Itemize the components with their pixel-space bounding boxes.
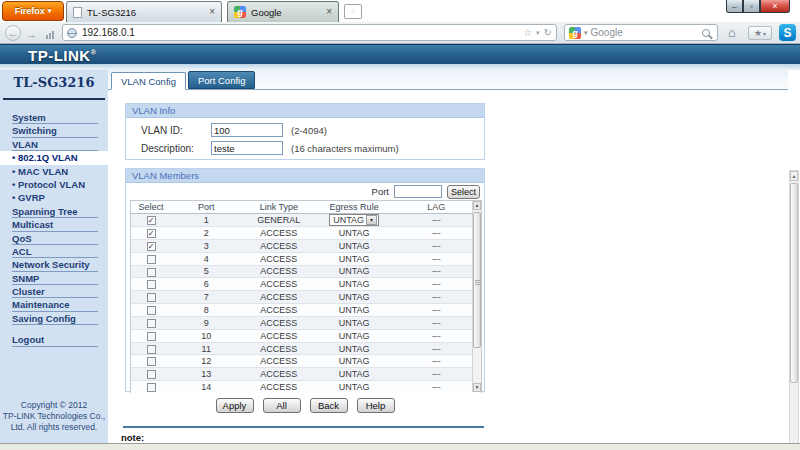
table-row: 6ACCESSUNTAG--- — [131, 278, 481, 291]
sidebar-item-logout[interactable]: Logout — [12, 333, 98, 346]
cell-select — [131, 343, 171, 353]
close-icon[interactable]: × — [326, 7, 332, 17]
row-checkbox[interactable]: ✓ — [147, 216, 156, 225]
row-checkbox[interactable]: ✓ — [147, 229, 156, 238]
search-icon[interactable] — [702, 29, 710, 37]
egress-rule-dropdown[interactable]: UNTAG▾ — [329, 214, 379, 226]
page-scrollbar-thumb[interactable] — [790, 183, 798, 383]
apply-button[interactable]: Apply — [216, 398, 254, 413]
minimize-button[interactable]: – — [726, 0, 743, 13]
row-checkbox[interactable] — [147, 319, 156, 328]
members-table-header: SelectPortLink TypeEgress RuleLAG — [131, 201, 481, 214]
column-header-link-type: Link Type — [241, 202, 316, 212]
row-checkbox[interactable] — [147, 357, 156, 366]
scrollbar-thumb[interactable] — [473, 212, 481, 348]
browser-tabstrip: Firefox ▾ TL-SG3216 × g Google × + – ▫ × — [0, 0, 800, 22]
row-checkbox[interactable] — [147, 345, 156, 354]
url-text[interactable]: 192.168.0.1 — [82, 27, 518, 38]
tab-port-config[interactable]: Port Config — [188, 71, 256, 89]
page-scrollbar[interactable]: ▲ ▼ — [789, 170, 799, 450]
cell-egress-rule: UNTAG — [317, 228, 392, 238]
scroll-up-icon[interactable]: ▲ — [473, 201, 481, 210]
close-icon[interactable]: × — [209, 7, 215, 17]
reload-icon[interactable]: ↻ — [544, 27, 552, 38]
row-checkbox[interactable] — [147, 280, 156, 289]
scroll-up-icon[interactable]: ▲ — [790, 171, 798, 181]
bookmarks-button[interactable]: ★ ▾ — [748, 26, 772, 40]
cell-port: 8 — [171, 305, 241, 315]
cell-port: 5 — [171, 266, 241, 276]
bookmark-star-icon[interactable]: ☆ — [523, 27, 532, 38]
tab-vlan-config[interactable]: VLAN Config — [111, 72, 186, 90]
scroll-down-icon[interactable]: ▼ — [473, 383, 481, 392]
cell-port: 4 — [171, 254, 241, 264]
sidebar-item-acl[interactable]: ACL — [12, 245, 98, 258]
table-scrollbar[interactable]: ▲ ▼ — [472, 201, 481, 392]
table-row: 14ACCESSUNTAG--- — [131, 381, 481, 393]
description-input[interactable] — [211, 141, 283, 155]
row-checkbox[interactable] — [147, 306, 156, 315]
sidebar-item-spanning-tree[interactable]: Spanning Tree — [12, 205, 98, 218]
row-checkbox[interactable] — [147, 293, 156, 302]
sidebar-item-system[interactable]: System — [12, 111, 98, 124]
cell-lag: --- — [392, 215, 481, 225]
cell-egress-rule: UNTAG — [317, 318, 392, 328]
sidebar-item-snmp[interactable]: SNMP — [12, 272, 98, 285]
forward-button[interactable]: → — [26, 28, 37, 41]
home-icon[interactable]: ⌂ — [728, 26, 736, 39]
sidebar-item-switching[interactable]: Switching — [12, 124, 98, 137]
chevron-down-icon[interactable]: ▾ — [366, 215, 377, 225]
row-checkbox[interactable] — [147, 332, 156, 341]
sidebar-item-qos[interactable]: QoS — [12, 232, 98, 245]
vlan-id-input[interactable] — [211, 123, 283, 137]
sidebar-item-saving-config[interactable]: Saving Config — [12, 312, 98, 325]
all-button[interactable]: All — [263, 398, 301, 413]
cell-port: 2 — [171, 228, 241, 238]
port-filter-label: Port — [372, 186, 389, 197]
browser-tab-google[interactable]: g Google × — [227, 1, 339, 22]
row-checkbox[interactable] — [147, 370, 156, 379]
chevron-down-icon[interactable]: ▾ — [536, 29, 540, 37]
sidebar-item-network-security[interactable]: Network Security — [12, 258, 98, 271]
sidebar-item-protocol-vlan[interactable]: • Protocol VLAN — [0, 178, 108, 191]
port-filter-input[interactable] — [394, 185, 442, 198]
sidebar-item-802-1q-vlan[interactable]: • 802.1Q VLAN — [0, 151, 108, 164]
browser-tab-tl-sg3216[interactable]: TL-SG3216 × — [66, 1, 222, 22]
chevron-down-icon[interactable]: ▾ — [584, 29, 588, 37]
cell-link-type: ACCESS — [241, 356, 316, 366]
sidebar-item-multicast[interactable]: Multicast — [12, 218, 98, 231]
sidebar-item-cluster[interactable]: Cluster — [12, 285, 98, 298]
firefox-menu-button[interactable]: Firefox ▾ — [2, 1, 64, 21]
cell-select — [131, 369, 171, 379]
back-button[interactable]: ← — [5, 25, 21, 41]
sidebar-item-gvrp[interactable]: • GVRP — [0, 191, 108, 204]
table-row: 12ACCESSUNTAG--- — [131, 355, 481, 368]
url-bar[interactable]: 192.168.0.1 ☆ ▾ ↻ — [62, 24, 557, 41]
sidebar-item-vlan[interactable]: VLAN — [12, 138, 98, 151]
maximize-button[interactable]: ▫ — [743, 0, 760, 13]
row-checkbox[interactable] — [147, 255, 156, 264]
row-checkbox[interactable]: ✓ — [147, 242, 156, 251]
cell-lag: --- — [392, 344, 481, 354]
chevron-down-icon: ▾ — [48, 7, 52, 15]
cell-lag: --- — [392, 318, 481, 328]
cell-link-type: ACCESS — [241, 254, 316, 264]
back-button[interactable]: Back — [310, 398, 348, 413]
cell-lag: --- — [392, 356, 481, 366]
sidebar-item-maintenance[interactable]: Maintenance — [12, 298, 98, 311]
row-checkbox[interactable] — [147, 383, 156, 392]
row-checkbox[interactable] — [147, 268, 156, 277]
help-button[interactable]: Help — [357, 398, 395, 413]
close-window-button[interactable]: × — [760, 0, 790, 13]
search-box[interactable]: g ▾ Google — [564, 24, 718, 41]
cell-select — [131, 331, 171, 341]
vlan-members-panel: VLAN Members Port Select SelectPortLink … — [125, 168, 485, 392]
column-header-select: Select — [131, 202, 171, 212]
content-tabrow: VLAN ConfigPort Config — [108, 70, 788, 90]
window-controls: – ▫ × — [726, 0, 790, 13]
new-tab-button[interactable]: + — [344, 4, 362, 19]
sidebar-item-mac-vlan[interactable]: • MAC VLAN — [0, 165, 108, 178]
skype-icon[interactable]: S — [779, 24, 796, 41]
select-button[interactable]: Select — [447, 185, 480, 199]
search-placeholder[interactable]: Google — [591, 27, 699, 38]
